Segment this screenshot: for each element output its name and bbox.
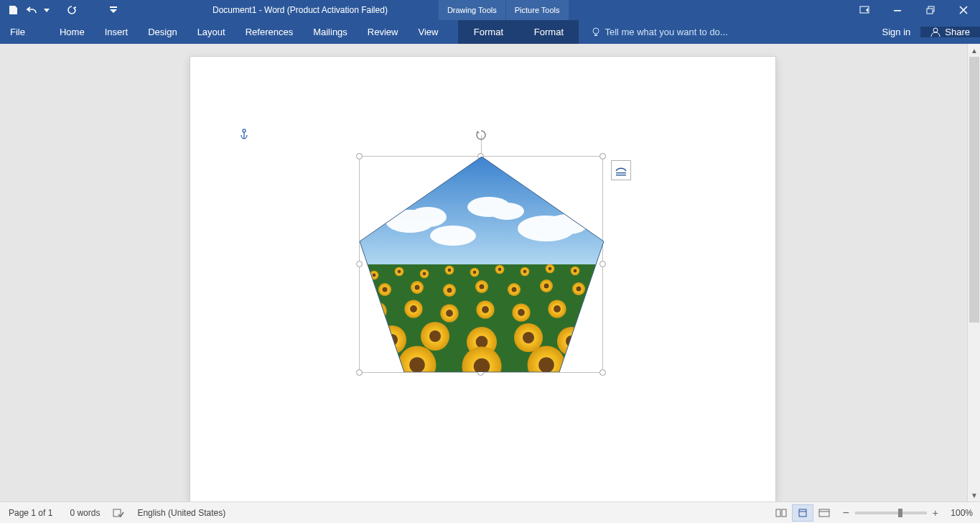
vertical-scrollbar[interactable]: ▲ ▼ xyxy=(967,44,980,501)
svg-rect-85 xyxy=(799,509,806,517)
redo-icon[interactable] xyxy=(65,3,79,17)
status-language[interactable]: English (United States) xyxy=(129,508,234,518)
svg-point-54 xyxy=(446,310,453,317)
read-mode-view-icon[interactable] xyxy=(770,504,792,522)
sign-in-link[interactable]: Sign in xyxy=(872,27,921,37)
zoom-slider-knob[interactable] xyxy=(898,509,902,517)
svg-point-78 xyxy=(538,357,554,372)
svg-point-34 xyxy=(574,269,577,273)
svg-point-49 xyxy=(368,302,386,320)
lightbulb-icon xyxy=(592,27,600,37)
document-workspace: ▲ ▼ xyxy=(0,44,980,501)
ribbon-display-options-icon[interactable] xyxy=(848,0,881,20)
web-layout-view-icon[interactable] xyxy=(813,504,835,522)
svg-point-74 xyxy=(409,357,425,372)
rotation-handle-icon[interactable] xyxy=(474,128,488,142)
zoom-in-button[interactable]: + xyxy=(933,507,938,519)
svg-point-38 xyxy=(415,285,420,290)
svg-point-12 xyxy=(490,203,524,220)
svg-point-62 xyxy=(586,308,593,315)
object-anchor-icon[interactable] xyxy=(239,129,249,140)
svg-point-20 xyxy=(398,270,401,274)
minimize-icon[interactable] xyxy=(881,0,914,20)
tab-view[interactable]: View xyxy=(408,20,448,44)
tell-me-placeholder: Tell me what you want to do... xyxy=(605,27,727,37)
svg-point-58 xyxy=(518,309,525,316)
tab-picture-format[interactable]: Format xyxy=(518,20,579,44)
tab-references[interactable]: References xyxy=(235,20,303,44)
window-title: Document1 - Word (Product Activation Fai… xyxy=(213,5,388,15)
restore-icon[interactable] xyxy=(914,0,947,20)
title-bar: Document1 - Word (Product Activation Fai… xyxy=(0,0,980,20)
svg-point-46 xyxy=(544,284,549,289)
tab-drawing-format[interactable]: Format xyxy=(458,20,518,44)
picture-tools-header: Picture Tools xyxy=(505,0,569,20)
svg-rect-80 xyxy=(616,172,626,173)
svg-point-22 xyxy=(423,272,426,276)
svg-point-50 xyxy=(374,307,381,315)
customize-qat-icon[interactable] xyxy=(106,3,121,17)
undo-dropdown-icon[interactable] xyxy=(43,3,50,17)
tab-design[interactable]: Design xyxy=(138,20,187,44)
svg-point-14 xyxy=(548,214,588,234)
svg-point-24 xyxy=(448,269,452,272)
spellcheck-icon[interactable] xyxy=(108,508,129,518)
svg-point-5 xyxy=(933,28,938,32)
svg-point-63 xyxy=(378,325,406,354)
svg-point-30 xyxy=(523,270,527,274)
close-icon[interactable] xyxy=(947,0,980,20)
print-layout-view-icon[interactable] xyxy=(792,504,813,522)
picture-pentagon[interactable] xyxy=(360,157,604,372)
svg-point-42 xyxy=(480,284,485,290)
scroll-up-icon[interactable]: ▲ xyxy=(968,44,980,57)
quick-access-toolbar xyxy=(0,3,126,17)
svg-point-66 xyxy=(429,330,441,342)
svg-point-28 xyxy=(498,268,502,272)
svg-rect-81 xyxy=(616,175,626,175)
share-person-icon xyxy=(930,27,941,37)
share-label: Share xyxy=(945,27,970,37)
svg-point-32 xyxy=(549,267,552,271)
svg-rect-3 xyxy=(927,9,933,14)
status-words[interactable]: 0 words xyxy=(61,508,108,518)
tab-home[interactable]: Home xyxy=(50,20,95,44)
svg-rect-1 xyxy=(894,10,901,11)
zoom-controls: − + 100% xyxy=(835,506,980,519)
status-page[interactable]: Page 1 of 1 xyxy=(0,508,61,518)
tab-layout[interactable]: Layout xyxy=(187,20,235,44)
document-page[interactable] xyxy=(190,57,775,501)
svg-point-52 xyxy=(410,305,417,313)
tab-file[interactable]: File xyxy=(0,20,35,44)
tab-review[interactable]: Review xyxy=(358,20,409,44)
svg-point-48 xyxy=(577,287,582,292)
tab-mailings[interactable]: Mailings xyxy=(303,20,358,44)
svg-point-6 xyxy=(243,129,246,132)
svg-point-56 xyxy=(482,306,489,313)
svg-point-71 xyxy=(557,327,586,356)
tab-insert[interactable]: Insert xyxy=(95,20,139,44)
undo-icon[interactable] xyxy=(24,3,39,17)
tell-me-search[interactable]: Tell me what you want to do... xyxy=(579,20,872,44)
svg-rect-84 xyxy=(782,509,786,517)
layout-options-button[interactable] xyxy=(611,160,631,180)
zoom-slider[interactable] xyxy=(855,512,927,514)
zoom-out-button[interactable]: − xyxy=(842,506,849,519)
svg-rect-87 xyxy=(819,509,829,517)
svg-point-18 xyxy=(373,274,376,277)
contextual-tab-headers: Drawing Tools Picture Tools xyxy=(438,0,569,20)
svg-point-15 xyxy=(430,226,476,246)
svg-point-40 xyxy=(447,288,452,293)
svg-point-4 xyxy=(593,28,599,34)
svg-point-44 xyxy=(512,287,517,292)
status-bar: Page 1 of 1 0 words English (United Stat… xyxy=(0,501,980,523)
svg-point-60 xyxy=(554,305,561,313)
drawing-tools-header: Drawing Tools xyxy=(438,0,505,20)
save-icon[interactable] xyxy=(6,3,20,17)
scroll-thumb[interactable] xyxy=(969,57,979,323)
svg-point-26 xyxy=(473,271,477,274)
picture-selection-frame[interactable] xyxy=(359,156,603,373)
svg-point-36 xyxy=(383,287,388,292)
zoom-level[interactable]: 100% xyxy=(944,508,973,518)
scroll-down-icon[interactable]: ▼ xyxy=(968,489,980,501)
share-button[interactable]: Share xyxy=(920,27,980,37)
